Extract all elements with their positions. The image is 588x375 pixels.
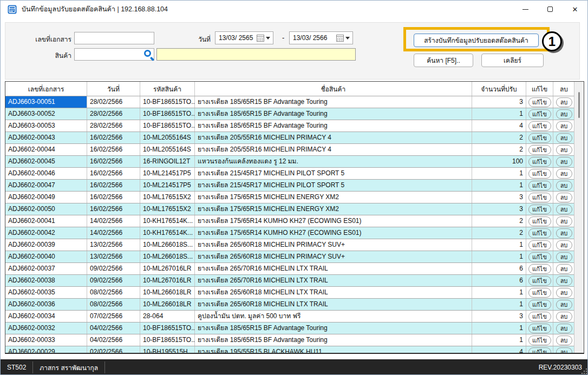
table-row[interactable]: ADJ6602-00035 08/02/2566 10-ML266018LR ย… — [5, 287, 574, 299]
delete-button[interactable]: ลบ — [556, 252, 572, 262]
table-row[interactable]: ADJ6602-00050 16/02/2566 10-ML176515X2 ย… — [5, 203, 574, 215]
delete-button[interactable]: ลบ — [556, 228, 572, 238]
edit-button[interactable]: แก้ไข — [528, 300, 551, 310]
column-header-edit[interactable]: แก้ไข — [526, 82, 553, 96]
table-row[interactable]: ADJ6602-00040 13/02/2566 10-ML266018S...… — [5, 251, 574, 263]
cell-document[interactable]: ADJ6602-00045 — [5, 156, 87, 167]
delete-button[interactable]: ลบ — [556, 216, 572, 226]
edit-button[interactable]: แก้ไข — [528, 324, 551, 333]
delete-button[interactable]: ลบ — [556, 157, 572, 167]
create-adjustment-button[interactable]: สร้างบันทึกข้อมูลปรับยอดสต๊อคสินค้า — [414, 34, 539, 47]
cell-document[interactable]: ADJ6602-00050 — [5, 203, 87, 215]
edit-button[interactable]: แก้ไข — [528, 169, 551, 179]
table-row[interactable]: ADJ6602-00034 07/02/2566 28-064 คูปองน้ำ… — [5, 311, 574, 323]
column-header-code[interactable]: รหัสสินค้า — [140, 82, 195, 96]
table-row[interactable]: ADJ6602-00041 14/02/2566 10-KH176514K...… — [5, 215, 574, 227]
edit-button[interactable]: แก้ไข — [528, 181, 551, 190]
cell-document[interactable]: ADJ6603-00052 — [5, 108, 87, 120]
edit-button[interactable]: แก้ไข — [528, 145, 551, 155]
delete-button[interactable]: ลบ — [556, 109, 572, 119]
search-icon[interactable] — [144, 50, 151, 57]
delete-button[interactable]: ลบ — [556, 288, 572, 298]
minimize-button[interactable] — [513, 1, 538, 18]
cell-document[interactable]: ADJ6602-00033 — [5, 334, 87, 346]
table-row[interactable]: ADJ6602-00039 13/02/2566 10-ML266018S...… — [5, 239, 574, 251]
edit-button[interactable]: แก้ไข — [528, 240, 551, 250]
edit-button[interactable]: แก้ไข — [528, 312, 551, 321]
edit-button[interactable]: แก้ไข — [528, 228, 551, 238]
edit-button[interactable]: แก้ไข — [528, 288, 551, 298]
table-row[interactable]: ADJ6602-00037 09/02/2566 10-ML267016LR ย… — [5, 263, 574, 275]
cell-document[interactable]: ADJ6602-00040 — [5, 251, 87, 262]
table-row[interactable]: ADJ6603-00051 28/02/2566 10-BF186515TO..… — [5, 96, 574, 108]
delete-button[interactable]: ลบ — [556, 324, 572, 333]
delete-button[interactable]: ลบ — [556, 145, 572, 155]
table-row[interactable]: ADJ6602-00029 02/02/2566 10-BH195515H...… — [5, 346, 574, 354]
table-row[interactable]: ADJ6603-00053 28/02/2566 10-BF186515TO..… — [5, 120, 574, 132]
close-button[interactable]: ✕ — [563, 1, 587, 18]
cell-document[interactable]: ADJ6602-00041 — [5, 215, 87, 227]
delete-button[interactable]: ลบ — [556, 312, 572, 321]
date-to-picker[interactable]: 13/03/ 2566 — [289, 31, 353, 44]
edit-button[interactable]: แก้ไข — [528, 193, 551, 202]
cell-document[interactable]: ADJ6602-00039 — [5, 239, 87, 251]
cell-document[interactable]: ADJ6602-00029 — [5, 346, 87, 354]
table-row[interactable]: ADJ6602-00033 04/02/2566 10-BF186515TO..… — [5, 334, 574, 346]
delete-button[interactable]: ลบ — [556, 347, 572, 354]
delete-button[interactable]: ลบ — [556, 133, 572, 143]
cell-document[interactable]: ADJ6602-00043 — [5, 132, 87, 143]
edit-button[interactable]: แก้ไข — [528, 264, 551, 274]
cell-document[interactable]: ADJ6602-00036 — [5, 299, 87, 310]
column-header-date[interactable]: วันที่ — [87, 82, 140, 96]
delete-button[interactable]: ลบ — [556, 300, 572, 310]
vertical-scrollbar[interactable] — [574, 82, 584, 353]
edit-button[interactable]: แก้ไข — [528, 347, 551, 354]
scrollbar-thumb[interactable] — [578, 92, 580, 118]
cell-document[interactable]: ADJ6602-00035 — [5, 287, 87, 298]
delete-button[interactable]: ลบ — [556, 193, 572, 202]
edit-button[interactable]: แก้ไข — [528, 335, 551, 345]
delete-button[interactable]: ลบ — [556, 276, 572, 286]
table-row[interactable]: ADJ6602-00047 16/02/2566 10-ML214517P5 ย… — [5, 180, 574, 192]
table-row[interactable]: ADJ6602-00043 16/02/2566 10-ML2055164S ย… — [5, 132, 574, 144]
delete-button[interactable]: ลบ — [556, 97, 572, 107]
delete-button[interactable]: ลบ — [556, 240, 572, 250]
date-from-picker[interactable]: 13/03/ 2565 — [215, 31, 273, 44]
edit-button[interactable]: แก้ไข — [528, 109, 551, 119]
table-row[interactable]: ADJ6602-00038 09/02/2566 10-ML267016LR ย… — [5, 275, 574, 287]
table-row[interactable]: ADJ6602-00045 16/02/2566 16-RINGOIL12T แ… — [5, 156, 574, 168]
product-search-input[interactable] — [74, 48, 154, 61]
delete-button[interactable]: ลบ — [556, 264, 572, 274]
clear-button[interactable]: เคลียร์ — [481, 54, 544, 67]
cell-document[interactable]: ADJ6602-00034 — [5, 311, 87, 322]
cell-document[interactable]: ADJ6602-00044 — [5, 144, 87, 155]
cell-document[interactable]: ADJ6602-00038 — [5, 275, 87, 286]
cell-document[interactable]: ADJ6602-00049 — [5, 192, 87, 203]
delete-button[interactable]: ลบ — [556, 205, 572, 214]
cell-document[interactable]: ADJ6602-00042 — [5, 227, 87, 239]
document-number-input[interactable] — [74, 32, 154, 44]
column-header-name[interactable]: ชื่อสินค้า — [195, 82, 472, 96]
table-row[interactable]: ADJ6602-00044 16/02/2566 10-ML2055164S ย… — [5, 144, 574, 156]
column-header-delete[interactable]: ลบ — [553, 82, 574, 96]
cell-document[interactable]: ADJ6603-00053 — [5, 120, 87, 131]
edit-button[interactable]: แก้ไข — [528, 276, 551, 286]
edit-button[interactable]: แก้ไข — [528, 205, 551, 214]
table-row[interactable]: ADJ6602-00032 04/02/2566 10-BF186515TO..… — [5, 323, 574, 334]
edit-button[interactable]: แก้ไข — [528, 157, 551, 167]
delete-button[interactable]: ลบ — [556, 121, 572, 131]
search-button[interactable]: ค้นหา [F5].. — [414, 54, 473, 67]
table-row[interactable]: ADJ6602-00046 16/02/2566 10-ML214517P5 ย… — [5, 168, 574, 180]
maximize-button[interactable] — [538, 1, 563, 18]
edit-button[interactable]: แก้ไข — [528, 97, 551, 107]
cell-document[interactable]: ADJ6602-00037 — [5, 263, 87, 274]
edit-button[interactable]: แก้ไข — [528, 216, 551, 226]
table-row[interactable]: ADJ6603-00052 28/02/2566 10-BF186515TO..… — [5, 108, 574, 120]
cell-document[interactable]: ADJ6602-00047 — [5, 180, 87, 191]
edit-button[interactable]: แก้ไข — [528, 252, 551, 262]
delete-button[interactable]: ลบ — [556, 335, 572, 345]
delete-button[interactable]: ลบ — [556, 169, 572, 179]
table-row[interactable]: ADJ6602-00049 16/02/2566 10-ML176515X2 ย… — [5, 192, 574, 203]
column-header-qty[interactable]: จำนวนที่ปรับ — [472, 82, 526, 96]
column-header-document[interactable]: เลขที่เอกสาร — [5, 82, 87, 96]
